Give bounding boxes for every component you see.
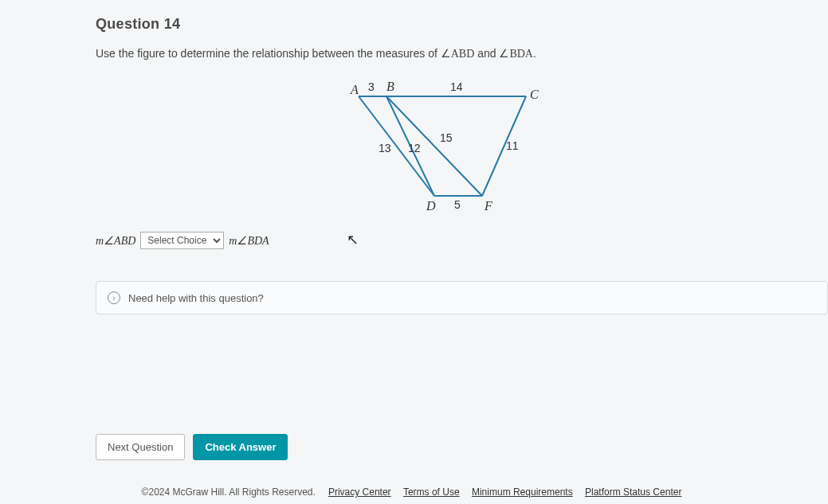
vertex-d: D xyxy=(426,199,436,212)
chevron-right-icon: › xyxy=(108,291,120,304)
edge-ad: 13 xyxy=(379,142,391,154)
edge-ab: 3 xyxy=(368,80,375,93)
question-prompt: Use the figure to determine the relation… xyxy=(96,47,804,61)
help-text: Need help with this question? xyxy=(128,292,264,304)
help-box[interactable]: › Need help with this question? xyxy=(96,281,828,315)
vertex-b: B xyxy=(387,80,394,93)
minreq-link[interactable]: Minimum Requirements xyxy=(472,486,573,498)
terms-link[interactable]: Terms of Use xyxy=(403,486,460,498)
geometry-figure: A B C D F 3 14 13 12 15 11 5 xyxy=(343,76,558,212)
angle-bda-ref: ∠BDA xyxy=(499,48,533,60)
vertex-a: A xyxy=(350,83,359,96)
relationship-select[interactable]: Select Choice xyxy=(140,232,224,249)
edge-bf: 15 xyxy=(440,131,453,144)
answer-left: m∠ABD xyxy=(96,234,135,248)
privacy-link[interactable]: Privacy Center xyxy=(328,486,391,498)
edge-bd: 12 xyxy=(408,142,421,154)
answer-right: m∠BDA xyxy=(229,234,269,248)
svg-line-4 xyxy=(387,96,482,196)
status-link[interactable]: Platform Status Center xyxy=(585,486,681,498)
prompt-mid: and xyxy=(474,47,499,60)
svg-line-5 xyxy=(482,96,526,196)
check-answer-button[interactable]: Check Answer xyxy=(193,434,288,460)
edge-bc: 14 xyxy=(450,80,463,93)
edge-cf: 11 xyxy=(506,139,519,152)
vertex-f: F xyxy=(484,199,492,212)
prompt-suffix: . xyxy=(533,47,536,60)
copyright-text: ©2024 McGraw Hill. All Rights Reserved. xyxy=(142,486,316,498)
edge-df: 5 xyxy=(454,198,461,211)
svg-line-2 xyxy=(359,96,434,196)
question-title: Question 14 xyxy=(96,16,804,33)
angle-abd-ref: ∠ABD xyxy=(441,48,475,60)
footer: ©2024 McGraw Hill. All Rights Reserved. … xyxy=(0,486,828,498)
vertex-c: C xyxy=(530,88,539,101)
answer-row: m∠ABD Select Choice m∠BDA xyxy=(96,232,804,249)
prompt-prefix: Use the figure to determine the relation… xyxy=(96,47,441,60)
next-question-button[interactable]: Next Question xyxy=(96,434,185,460)
